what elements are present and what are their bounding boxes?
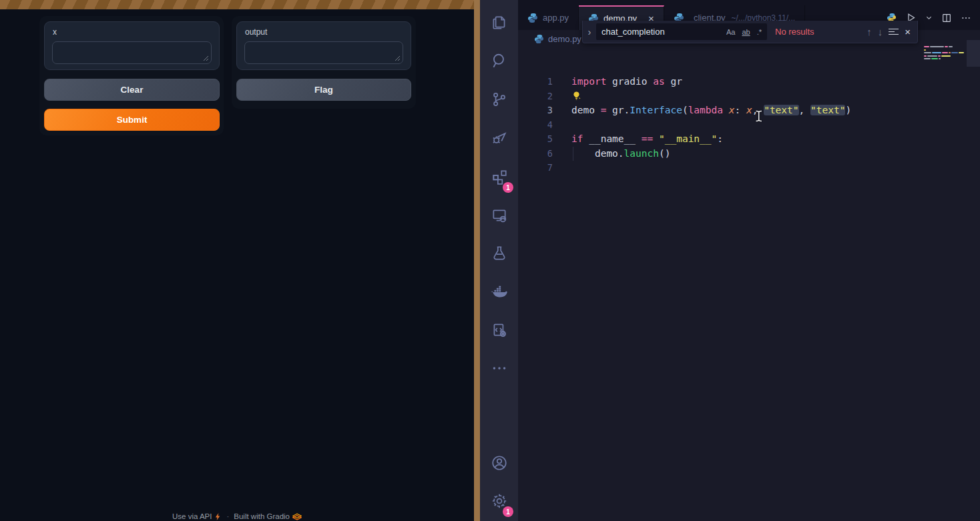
more-actions-icon[interactable] bbox=[961, 13, 971, 23]
docker-icon[interactable] bbox=[480, 276, 518, 308]
match-case-icon[interactable]: Aa bbox=[724, 27, 738, 37]
search-icon[interactable] bbox=[480, 45, 518, 77]
use-via-api-link[interactable]: Use via API bbox=[172, 512, 222, 520]
tab-app-py[interactable]: app.py bbox=[518, 5, 579, 30]
source-control-icon[interactable] bbox=[480, 83, 518, 115]
code-line-1[interactable]: 1import gradio as gr bbox=[518, 75, 980, 89]
run-debug-icon[interactable] bbox=[480, 122, 518, 154]
whole-word-icon[interactable]: ab bbox=[739, 27, 752, 37]
built-with-gradio-link[interactable]: Built with Gradio bbox=[234, 512, 302, 520]
gradio-logo-icon bbox=[292, 513, 302, 520]
window-edge-strip bbox=[474, 0, 480, 521]
run-dropdown-icon[interactable] bbox=[925, 14, 933, 21]
line-number: 4 bbox=[518, 118, 553, 133]
extensions-badge: 1 bbox=[503, 182, 513, 193]
account-icon[interactable] bbox=[480, 447, 518, 479]
output-label: output bbox=[245, 27, 267, 37]
code-line-5[interactable]: 5if __name__ == "__main__": bbox=[518, 132, 980, 147]
find-input[interactable]: chat_completion Aa ab .* bbox=[596, 23, 767, 40]
next-match-icon[interactable]: ↓ bbox=[878, 26, 883, 37]
more-views-icon[interactable] bbox=[480, 352, 518, 384]
testing-icon[interactable] bbox=[480, 237, 518, 270]
split-editor-icon[interactable] bbox=[941, 13, 952, 23]
scrollbar[interactable] bbox=[967, 40, 980, 67]
previous-match-icon[interactable]: ↑ bbox=[867, 26, 872, 37]
gradio-app-pane: x output Clear Flag Submit Use via API ·… bbox=[0, 0, 474, 521]
footer-separator: · bbox=[226, 512, 229, 520]
line-number: 7 bbox=[518, 161, 553, 175]
line-number: 6 bbox=[518, 147, 553, 161]
find-widget: › chat_completion Aa ab .* No results ↑ … bbox=[582, 21, 918, 43]
input-label: x bbox=[53, 27, 57, 37]
line-number: 1 bbox=[518, 75, 553, 89]
activity-bar: 1 1 bbox=[480, 0, 518, 521]
dev-containers-icon[interactable] bbox=[480, 314, 518, 346]
input-block: x bbox=[44, 21, 220, 70]
gradio-footer: Use via API · Built with Gradio bbox=[0, 512, 474, 520]
line-number: 5 bbox=[518, 132, 553, 147]
resize-handle-icon[interactable] bbox=[395, 55, 401, 61]
remote-explorer-icon[interactable] bbox=[480, 199, 518, 231]
vscode-window: 1 1 app.py bbox=[480, 0, 980, 521]
close-find-icon[interactable]: × bbox=[905, 26, 911, 37]
find-results-status: No results bbox=[775, 27, 814, 37]
submit-button[interactable]: Submit bbox=[44, 109, 220, 131]
output-block: output bbox=[236, 21, 411, 70]
line-number: 3 bbox=[518, 103, 553, 118]
input-textarea[interactable] bbox=[52, 41, 212, 64]
code-line-6[interactable]: 6 demo.launch() bbox=[518, 147, 980, 161]
editor-group: app.py demo.py × _client.py ~/.../python… bbox=[518, 0, 980, 521]
code-editor[interactable]: 1import gradio as gr23demo = gr.Interfac… bbox=[518, 75, 980, 175]
clear-button[interactable]: Clear bbox=[44, 79, 220, 101]
python-icon bbox=[527, 13, 538, 23]
code-line-3[interactable]: 3demo = gr.Interface(lambda x: x, "text"… bbox=[518, 103, 980, 118]
settings-badge: 1 bbox=[503, 506, 513, 517]
code-line-7[interactable]: 7 bbox=[518, 161, 980, 175]
regex-icon[interactable]: .* bbox=[754, 27, 764, 37]
minimap[interactable] bbox=[924, 46, 964, 61]
resize-handle-icon[interactable] bbox=[203, 55, 209, 61]
api-lightning-icon bbox=[214, 513, 222, 520]
find-nav: ↑ ↓ × bbox=[867, 26, 917, 37]
toggle-replace-chevron-icon[interactable]: › bbox=[583, 26, 596, 37]
python-icon bbox=[534, 34, 544, 44]
tab-label: app.py bbox=[543, 13, 569, 23]
flag-button[interactable]: Flag bbox=[236, 79, 411, 101]
code-line-2[interactable]: 2 bbox=[518, 89, 980, 104]
breadcrumb-file[interactable]: demo.py bbox=[548, 34, 581, 44]
gradio-loading-bar bbox=[0, 0, 474, 9]
code-line-4[interactable]: 4 bbox=[518, 118, 980, 133]
output-textarea[interactable] bbox=[244, 41, 403, 64]
explorer-icon[interactable] bbox=[480, 6, 518, 38]
extensions-icon[interactable]: 1 bbox=[480, 161, 518, 193]
lightbulb-code-action-icon[interactable] bbox=[571, 91, 582, 101]
find-in-selection-icon[interactable] bbox=[889, 27, 899, 37]
settings-gear-icon[interactable]: 1 bbox=[480, 485, 518, 517]
line-number: 2 bbox=[518, 89, 553, 104]
find-query-text[interactable]: chat_completion bbox=[601, 27, 722, 37]
